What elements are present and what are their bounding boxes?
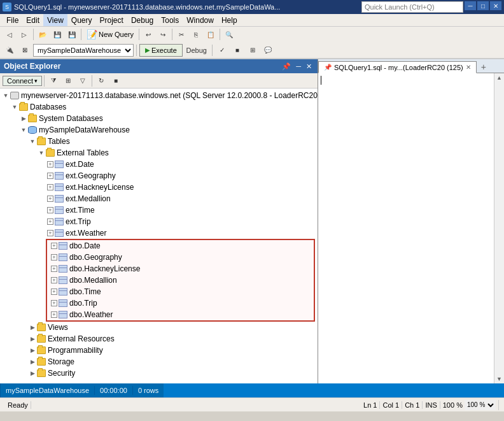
tree-storage-node[interactable]: Storage <box>0 356 318 367</box>
cut-button[interactable]: ✂ <box>174 28 188 41</box>
scroll-up-icon[interactable]: ▲ <box>495 73 503 82</box>
ext-geography-expander[interactable] <box>47 173 53 179</box>
tree-ext-date-node[interactable]: ext.Date <box>0 159 318 170</box>
dbo-geography-expander[interactable] <box>51 254 57 260</box>
query-tab-1[interactable]: 📌 SQLQuery1.sql - my...(LoaderRC20 (125)… <box>318 61 477 73</box>
minimize-button[interactable]: ─ <box>465 1 476 10</box>
tree-dbo-weather-node[interactable]: dbo.Weather <box>47 309 314 320</box>
oe-filter3-button[interactable]: ▽ <box>76 75 90 87</box>
messages-button[interactable]: 💬 <box>261 44 275 57</box>
oe-filter-button[interactable]: ⧩ <box>46 75 60 87</box>
oe-refresh-button[interactable]: ↻ <box>94 75 108 87</box>
new-query-button[interactable]: 📝 New Query <box>83 28 137 41</box>
ext-trip-expander[interactable] <box>47 218 53 225</box>
tree-dbo-trip-node[interactable]: dbo.Trip <box>47 297 314 309</box>
scroll-down-icon[interactable]: ▼ <box>495 375 503 383</box>
menu-edit[interactable]: Edit <box>22 14 43 26</box>
storage-expander[interactable] <box>28 357 37 366</box>
menu-help[interactable]: Help <box>218 14 241 26</box>
dbo-hackney-expander[interactable] <box>51 266 57 272</box>
close-button[interactable]: ✕ <box>490 1 501 10</box>
oe-connect-button[interactable]: Connect ▾ <box>3 76 42 86</box>
stop-button[interactable]: ■ <box>230 44 244 57</box>
views-expander[interactable] <box>28 323 37 332</box>
dbo-medallion-expander[interactable] <box>51 277 57 283</box>
find-button[interactable]: 🔍 <box>222 28 236 41</box>
ext-weather-expander[interactable] <box>47 230 53 236</box>
disconnect-button[interactable]: ⊠ <box>18 44 32 57</box>
ext-resources-expander[interactable] <box>28 334 37 343</box>
tree-tables-node[interactable]: Tables <box>0 136 318 147</box>
oe-tree[interactable]: mynewserver-20171113.database.windows.ne… <box>0 89 318 383</box>
maximize-button[interactable]: □ <box>477 1 489 10</box>
database-selector[interactable]: mySampleDataWarehouse <box>33 44 134 57</box>
ext-medallion-expander[interactable] <box>47 196 53 202</box>
paste-button[interactable]: 📋 <box>204 28 218 41</box>
oe-minimize-button[interactable]: ─ <box>294 62 303 71</box>
query-editor[interactable] <box>318 73 494 383</box>
ext-time-expander[interactable] <box>47 207 53 213</box>
add-tab-button[interactable]: + <box>478 61 489 73</box>
security-expander[interactable] <box>28 369 37 378</box>
menu-file[interactable]: File <box>3 14 22 26</box>
tables-expander[interactable] <box>28 137 37 146</box>
tree-ext-trip-node[interactable]: ext.Trip <box>0 216 318 227</box>
save-all-button[interactable]: 💾 <box>65 28 79 41</box>
tree-system-dbs-node[interactable]: System Databases <box>0 113 318 124</box>
mydb-expander[interactable] <box>19 125 28 134</box>
dbo-trip-expander[interactable] <box>51 300 57 306</box>
editor-scrollbar[interactable]: ▲ ▼ <box>494 73 504 383</box>
ext-tables-expander[interactable] <box>37 148 46 157</box>
system-dbs-expander[interactable] <box>19 114 28 123</box>
tree-dbo-date-node[interactable]: dbo.Date <box>47 240 314 252</box>
tree-dbo-time-node[interactable]: dbo.Time <box>47 286 314 297</box>
tree-server-node[interactable]: mynewserver-20171113.database.windows.ne… <box>0 90 318 101</box>
dbo-weather-expander[interactable] <box>51 311 57 318</box>
tree-dbo-geography-node[interactable]: dbo.Geography <box>47 252 314 263</box>
tree-ext-medallion-node[interactable]: ext.Medallion <box>0 193 318 204</box>
tree-databases-node[interactable]: Databases <box>0 101 318 113</box>
save-button[interactable]: 💾 <box>50 28 64 41</box>
tree-ext-weather-node[interactable]: ext.Weather <box>0 227 318 239</box>
oe-close-button[interactable]: ✕ <box>304 62 314 71</box>
menu-window[interactable]: Window <box>183 14 218 26</box>
zoom-selector[interactable]: 100 % <box>465 400 496 410</box>
tree-ext-resources-node[interactable]: External Resources <box>0 333 318 345</box>
tree-ext-time-node[interactable]: ext.Time <box>0 204 318 216</box>
forward-button[interactable]: ▷ <box>17 28 31 41</box>
ext-date-expander[interactable] <box>47 161 53 168</box>
tree-views-node[interactable]: Views <box>0 322 318 333</box>
server-expander[interactable] <box>1 91 10 100</box>
results-button[interactable]: ⊞ <box>246 44 260 57</box>
undo-button[interactable]: ↩ <box>141 28 155 41</box>
tree-programmability-node[interactable]: Programmability <box>0 345 318 356</box>
back-button[interactable]: ◁ <box>3 28 17 41</box>
tree-dbo-medallion-node[interactable]: dbo.Medallion <box>47 275 314 286</box>
oe-stop-button[interactable]: ■ <box>109 75 123 87</box>
oe-filter2-button[interactable]: ⊞ <box>61 75 75 87</box>
dbo-time-expander[interactable] <box>51 289 57 295</box>
menu-project[interactable]: Project <box>96 14 127 26</box>
tree-ext-geography-node[interactable]: ext.Geography <box>0 170 318 182</box>
open-file-button[interactable]: 📂 <box>36 28 50 41</box>
execute-button[interactable]: ▶ Execute <box>139 44 183 57</box>
databases-expander[interactable] <box>10 103 19 111</box>
redo-button[interactable]: ↪ <box>156 28 170 41</box>
menu-tools[interactable]: Tools <box>157 14 183 26</box>
tree-mydb-node[interactable]: mySampleDataWarehouse <box>0 124 318 136</box>
quick-launch-input[interactable] <box>361 1 463 13</box>
tree-security-node[interactable]: Security <box>0 367 318 379</box>
ext-hackney-expander[interactable] <box>47 184 53 190</box>
check-button[interactable]: ✓ <box>215 44 229 57</box>
tree-ext-tables-node[interactable]: External Tables <box>0 147 318 159</box>
connect-button[interactable]: 🔌 <box>3 44 17 57</box>
dbo-date-expander[interactable] <box>51 243 57 249</box>
menu-query[interactable]: Query <box>67 14 96 26</box>
menu-debug[interactable]: Debug <box>127 14 157 26</box>
tree-ext-hackney-node[interactable]: ext.HackneyLicense <box>0 182 318 193</box>
programmability-expander[interactable] <box>28 346 37 355</box>
copy-button[interactable]: ⎘ <box>189 28 203 41</box>
debug-toolbar-button[interactable]: Debug <box>184 44 209 57</box>
oe-pin-button[interactable]: 📌 <box>280 62 293 71</box>
menu-view[interactable]: View <box>43 14 67 26</box>
